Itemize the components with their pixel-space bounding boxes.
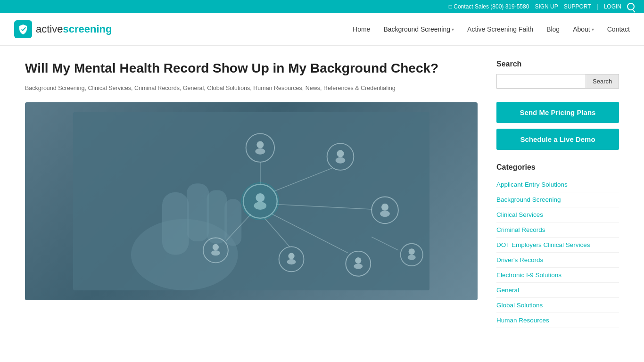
sidebar-categories-section: Categories Applicant-Entry SolutionsBack…: [496, 163, 619, 328]
live-demo-button[interactable]: Schedule a Live Demo: [496, 129, 619, 150]
svg-point-18: [381, 204, 388, 211]
category-link[interactable]: Global Solutions: [496, 298, 619, 313]
svg-point-15: [336, 157, 346, 164]
svg-rect-4: [207, 190, 227, 244]
category-item: Criminal Records: [496, 222, 619, 238]
support-link[interactable]: SUPPORT: [564, 3, 591, 10]
nav-contact[interactable]: Contact: [607, 25, 630, 33]
search-row: Search: [496, 74, 619, 89]
nav-about[interactable]: About ▾: [573, 25, 594, 33]
logo-text: activescreening: [36, 23, 112, 35]
category-item: Driver's Records: [496, 253, 619, 268]
svg-point-35: [408, 255, 416, 260]
phone-label: □ Contact Sales (800) 319-5580: [449, 3, 529, 10]
category-item: Global Solutions: [496, 298, 619, 313]
svg-point-31: [211, 250, 220, 255]
pricing-plans-button[interactable]: Send Me Pricing Plans: [496, 102, 619, 123]
signup-link[interactable]: SIGN UP: [535, 3, 558, 10]
shield-icon: [17, 24, 29, 35]
sidebar-search-title: Search: [496, 60, 619, 68]
svg-point-22: [355, 257, 361, 263]
logo-icon: [14, 20, 32, 38]
svg-point-30: [213, 244, 219, 250]
category-item: DOT Employers Clinical Services: [496, 238, 619, 253]
page-wrapper: Will My Mental Health Record Show Up in …: [16, 46, 628, 355]
sidebar-cta-section: Send Me Pricing Plans Schedule a Live De…: [496, 102, 619, 150]
phone-icon: □: [449, 3, 452, 10]
nav-blog[interactable]: Blog: [546, 25, 560, 33]
main-content: Will My Mental Health Record Show Up in …: [25, 60, 478, 341]
category-item: Applicant-Entry Solutions: [496, 177, 619, 192]
category-link[interactable]: Applicant-Entry Solutions: [496, 177, 619, 192]
categories-title: Categories: [496, 163, 619, 172]
category-link[interactable]: Clinical Services: [496, 207, 619, 222]
sidebar-search-section: Search Search: [496, 60, 619, 89]
category-item: Electronic I-9 Solutions: [496, 268, 619, 283]
svg-point-14: [337, 150, 344, 157]
network-illustration: [48, 112, 455, 290]
svg-point-11: [256, 148, 265, 155]
sidebar: Search Search Send Me Pricing Plans Sche…: [496, 60, 619, 341]
svg-point-37: [241, 183, 279, 220]
category-item: Clinical Services: [496, 207, 619, 222]
main-nav: Home Background Screening ▾ Active Scree…: [353, 25, 630, 33]
svg-point-26: [288, 253, 294, 259]
article-tags: Background Screening, Clinical Services,…: [25, 83, 478, 93]
category-item: Background Screening: [496, 192, 619, 207]
svg-point-23: [354, 264, 363, 269]
nav-active-screening-faith[interactable]: Active Screening Faith: [467, 25, 533, 33]
category-link[interactable]: Criminal Records: [496, 222, 619, 237]
chevron-down-icon-about: ▾: [592, 27, 594, 32]
category-item: General: [496, 283, 619, 298]
svg-point-27: [287, 259, 296, 264]
category-link[interactable]: Human Resources: [496, 313, 619, 328]
svg-point-19: [380, 211, 390, 217]
svg-point-10: [256, 141, 264, 148]
login-link[interactable]: LOGIN: [604, 3, 621, 10]
logo[interactable]: activescreening: [14, 20, 112, 38]
divider: |: [597, 3, 598, 10]
search-button[interactable]: Search: [586, 74, 619, 89]
category-link[interactable]: General: [496, 283, 619, 297]
search-icon[interactable]: [627, 3, 635, 10]
svg-point-34: [409, 249, 415, 255]
svg-rect-2: [162, 192, 189, 255]
search-input[interactable]: [496, 74, 586, 89]
nav-home[interactable]: Home: [353, 25, 370, 33]
category-link[interactable]: Background Screening: [496, 192, 619, 207]
article-title: Will My Mental Health Record Show Up in …: [25, 60, 478, 77]
svg-rect-3: [187, 184, 209, 242]
article-image: [25, 102, 478, 300]
chevron-down-icon: ▾: [452, 27, 454, 32]
category-link[interactable]: Driver's Records: [496, 253, 619, 267]
category-link[interactable]: Electronic I-9 Solutions: [496, 268, 619, 282]
header: activescreening Home Background Screenin…: [0, 13, 644, 46]
nav-background-screening[interactable]: Background Screening ▾: [383, 25, 454, 33]
categories-list: Applicant-Entry SolutionsBackground Scre…: [496, 177, 619, 328]
svg-rect-5: [224, 199, 241, 246]
category-link[interactable]: DOT Employers Clinical Services: [496, 238, 619, 252]
category-item: Human Resources: [496, 313, 619, 328]
top-bar: □ Contact Sales (800) 319-5580 SIGN UP S…: [0, 0, 644, 13]
